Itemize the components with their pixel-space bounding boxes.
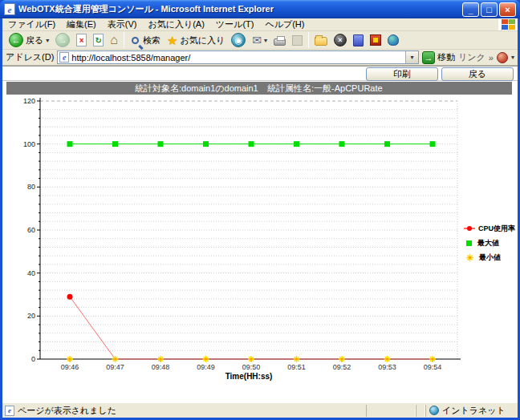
svg-text:40: 40	[27, 269, 35, 277]
edit-button[interactable]	[289, 31, 306, 49]
statistics-header-band: 統計対象名:domain1のdomain1 統計属性名:一般-ApCPURate	[6, 82, 512, 95]
zone-label: イントラネット	[442, 405, 506, 417]
window-title: WebOTX統合運用管理コンソール - Microsoft Internet E…	[18, 3, 461, 15]
maximize-button[interactable]: □	[481, 2, 498, 17]
folder-addon-button[interactable]	[311, 31, 331, 49]
forward-icon: →	[55, 33, 70, 47]
svg-text:120: 120	[23, 97, 35, 105]
menu-edit[interactable]: 編集(E)	[61, 18, 102, 31]
svg-text:09:47: 09:47	[106, 363, 124, 371]
back-label: 戻る	[26, 34, 43, 46]
statistics-target-name: 統計対象名:domain1のdomain1	[135, 82, 258, 95]
address-label: アドレス(D)	[6, 51, 54, 63]
mail-dropdown-icon[interactable]: ▾	[264, 37, 267, 44]
address-bar: アドレス(D) e http://localhost:5858/manager/…	[2, 50, 518, 66]
window-icon: e	[4, 3, 15, 15]
minimize-icon: _	[468, 6, 473, 14]
status-pane	[366, 405, 416, 417]
intranet-globe-icon	[429, 406, 439, 415]
cpu-usage-chart: 02040608010012009:4609:4709:4809:4909:50…	[2, 96, 518, 394]
addon-dropdown-icon[interactable]: ▾	[511, 54, 514, 61]
mail-button[interactable]: ✉ ▾	[249, 31, 270, 49]
media-icon: ◉	[231, 33, 246, 47]
legend-max-label: 最大値	[477, 238, 499, 248]
search-label: 検索	[143, 34, 160, 46]
maximize-icon: □	[486, 6, 492, 14]
svg-text:09:52: 09:52	[333, 363, 351, 371]
antivirus-addon-button[interactable]	[367, 31, 384, 49]
chevron-down-icon: ▾	[411, 54, 414, 61]
research-icon	[353, 34, 364, 46]
menu-file[interactable]: ファイル(F)	[2, 18, 61, 31]
stop-icon: ×	[76, 34, 87, 46]
browser-window: e WebOTX統合運用管理コンソール - Microsoft Internet…	[0, 0, 520, 420]
refresh-button[interactable]: ↻	[90, 31, 107, 49]
toolbar-separator	[124, 32, 124, 48]
go-button[interactable]: → 移動	[422, 51, 455, 64]
printer-icon	[274, 38, 286, 46]
status-bar: e ページが表示されました イントラネット	[2, 402, 518, 418]
svg-text:09:50: 09:50	[242, 363, 261, 371]
forward-button[interactable]: →	[52, 31, 73, 49]
history-addon-button[interactable]: ×	[331, 31, 350, 49]
close-icon: ×	[505, 6, 510, 14]
min-star-marker-icon	[465, 252, 475, 263]
go-label: 移動	[437, 51, 455, 63]
favorites-star-icon: ★	[167, 34, 177, 46]
edit-icon	[292, 35, 303, 46]
menu-help[interactable]: ヘルプ(H)	[259, 18, 310, 31]
media-button[interactable]: ◉	[228, 31, 249, 49]
stop-button[interactable]: ×	[73, 31, 90, 49]
back-page-button[interactable]: 戻る	[441, 67, 514, 81]
status-pane	[416, 405, 425, 417]
refresh-icon: ↻	[93, 34, 104, 46]
close-button[interactable]: ×	[499, 2, 516, 17]
svg-text:100: 100	[23, 140, 35, 148]
menu-view[interactable]: 表示(V)	[102, 18, 143, 31]
home-button[interactable]: ⌂	[107, 31, 121, 49]
action-row: 印刷 戻る	[2, 67, 518, 81]
messenger-addon-button[interactable]	[384, 31, 402, 49]
back-dropdown-icon[interactable]: ▾	[46, 37, 49, 44]
menu-bar: ファイル(F) 編集(E) 表示(V) お気に入り(A) ツール(T) ヘルプ(…	[2, 18, 518, 31]
antivirus-icon	[370, 34, 381, 46]
windows-logo	[498, 18, 518, 30]
search-icon	[132, 37, 139, 44]
go-icon: →	[422, 51, 435, 64]
max-square-marker-icon	[466, 240, 472, 246]
status-message: ページが表示されました	[18, 405, 366, 417]
svg-text:60: 60	[27, 226, 35, 234]
title-bar: e WebOTX統合運用管理コンソール - Microsoft Internet…	[0, 0, 520, 18]
print-page-button[interactable]: 印刷	[366, 67, 438, 81]
address-dropdown-button[interactable]: ▾	[405, 51, 418, 63]
legend-item-min: 最小値	[464, 250, 515, 265]
minimize-button[interactable]: _	[462, 2, 479, 17]
page-content: 印刷 戻る 統計対象名:domain1のdomain1 統計属性名:一般-ApC…	[2, 66, 518, 402]
security-zone: イントラネット	[425, 405, 515, 417]
menu-favorites[interactable]: お気に入り(A)	[142, 18, 209, 31]
back-button[interactable]: ← 戻る ▾	[6, 31, 52, 49]
menu-tools[interactable]: ツール(T)	[210, 18, 260, 31]
addon-icon[interactable]	[497, 52, 508, 63]
folder-icon	[315, 37, 327, 46]
chart-canvas: 02040608010012009:4609:4709:4809:4909:50…	[2, 96, 518, 394]
svg-text:80: 80	[27, 183, 35, 191]
svg-text:09:48: 09:48	[152, 363, 170, 371]
address-url: http://localhost:5858/manager/	[71, 53, 405, 63]
address-input[interactable]: e http://localhost:5858/manager/ ▾	[57, 50, 419, 64]
standard-toolbar: ← 戻る ▾ → × ↻ ⌂ 検索 ★ お気に入り ◉ ✉ ▾	[2, 31, 518, 50]
svg-text:09:51: 09:51	[287, 363, 306, 371]
legend-cpu-label: CPU使用率	[478, 224, 515, 234]
legend-min-label: 最小値	[479, 252, 501, 263]
search-button[interactable]: 検索	[127, 31, 164, 49]
print-toolbar-button[interactable]	[270, 31, 289, 49]
messenger-icon	[388, 34, 399, 46]
research-addon-button[interactable]	[350, 31, 367, 49]
favorites-button[interactable]: ★ お気に入り	[164, 31, 228, 49]
svg-text:Time(HH:ss): Time(HH:ss)	[225, 372, 273, 381]
legend-item-max: 最大値	[464, 236, 515, 250]
links-chevron-icon[interactable]: »	[489, 53, 494, 63]
links-label[interactable]: リンク	[458, 51, 485, 63]
cpu-line-marker-icon	[464, 228, 475, 229]
svg-text:09:49: 09:49	[197, 363, 215, 371]
